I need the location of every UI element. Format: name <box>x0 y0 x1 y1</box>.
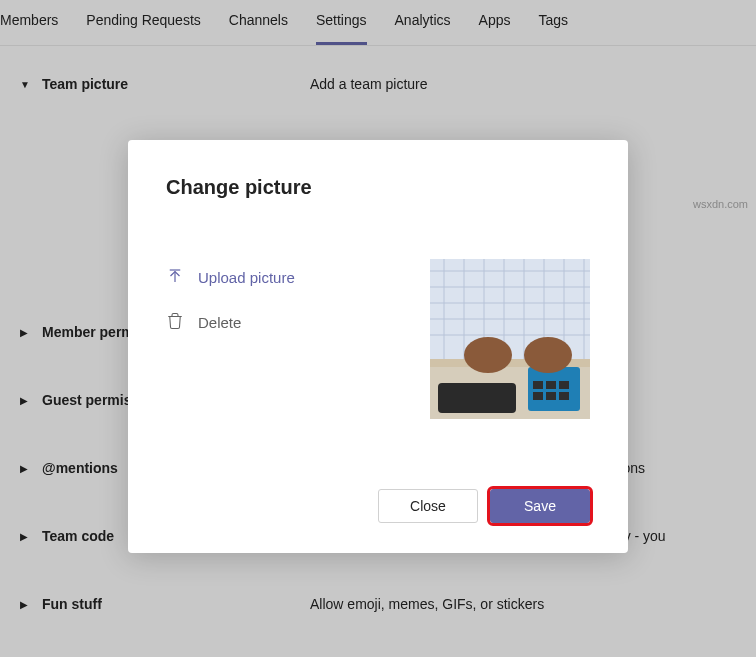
svg-point-27 <box>464 337 512 373</box>
watermark: wsxdn.com <box>693 198 748 210</box>
save-button[interactable]: Save <box>490 489 590 523</box>
svg-rect-25 <box>546 392 556 400</box>
svg-rect-24 <box>533 392 543 400</box>
svg-rect-26 <box>559 392 569 400</box>
close-button[interactable]: Close <box>378 489 478 523</box>
dialog-title: Change picture <box>166 176 590 199</box>
modal-overlay: Change picture Upload picture <box>0 0 756 657</box>
change-picture-dialog: Change picture Upload picture <box>128 140 628 553</box>
upload-label: Upload picture <box>198 269 295 286</box>
delete-picture-button[interactable]: Delete <box>166 312 295 333</box>
delete-label: Delete <box>198 314 241 331</box>
upload-picture-button[interactable]: Upload picture <box>166 267 295 288</box>
svg-rect-22 <box>546 381 556 389</box>
upload-icon <box>166 267 184 288</box>
svg-point-28 <box>524 337 572 373</box>
svg-rect-23 <box>559 381 569 389</box>
svg-rect-19 <box>438 383 516 413</box>
trash-icon <box>166 312 184 333</box>
svg-rect-21 <box>533 381 543 389</box>
picture-preview <box>430 259 590 419</box>
